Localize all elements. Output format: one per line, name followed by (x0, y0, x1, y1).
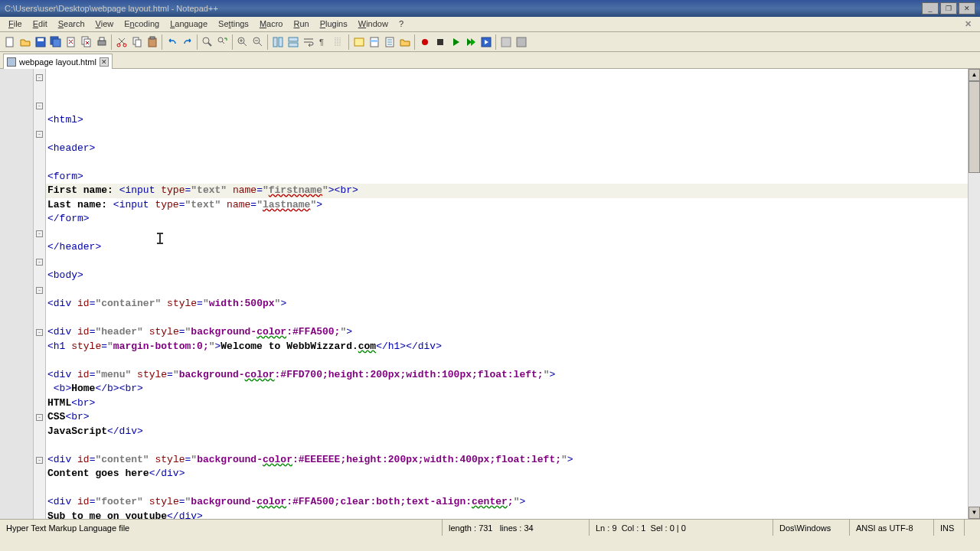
status-insert-mode: INS (934, 520, 965, 536)
close-file-button[interactable] (64, 34, 79, 50)
svg-rect-25 (354, 38, 364, 46)
replace-button[interactable] (215, 34, 230, 50)
cut-button[interactable] (114, 34, 129, 50)
menu-close-x[interactable]: ✕ (959, 18, 977, 30)
minimize-button[interactable]: _ (922, 2, 939, 15)
redo-button[interactable] (180, 34, 195, 50)
stop-macro-button[interactable] (433, 34, 448, 50)
fold-gutter[interactable]: - - - - - - - - - (34, 69, 46, 519)
zoom-in-button[interactable] (235, 34, 250, 50)
toolbar-separator (414, 34, 416, 50)
new-file-button[interactable] (2, 34, 18, 50)
indent-guide-button[interactable] (332, 34, 347, 50)
menu-bar: FFileile Edit Search View Encoding Langu… (0, 17, 980, 32)
svg-rect-27 (371, 40, 378, 42)
func-list-button[interactable] (382, 34, 397, 50)
svg-rect-15 (150, 37, 155, 39)
close-window-button[interactable]: ✕ (959, 2, 975, 15)
menu-help[interactable]: ? (394, 18, 409, 30)
vertical-scrollbar[interactable]: ▲ ▼ (968, 69, 980, 519)
svg-rect-4 (53, 39, 60, 47)
svg-rect-9 (100, 37, 104, 41)
menu-encoding[interactable]: Encoding (119, 18, 165, 30)
close-all-button[interactable] (79, 34, 94, 50)
svg-rect-14 (149, 38, 156, 47)
toolbar-separator (495, 34, 497, 50)
toolbar-separator (267, 34, 269, 50)
file-type-icon (7, 57, 16, 67)
sync-v-button[interactable] (270, 34, 286, 50)
svg-point-16 (203, 37, 209, 44)
play-multi-button[interactable] (463, 34, 479, 50)
menu-settings[interactable]: Settings (213, 18, 254, 30)
find-button[interactable] (200, 34, 215, 50)
tab-bar: webpage layout.html ✕ (0, 52, 980, 69)
code-content: <html> <header> <form> First name: <inpu… (47, 113, 966, 520)
scroll-up-icon[interactable]: ▲ (969, 69, 980, 81)
window-buttons: _ ❐ ✕ (922, 2, 975, 15)
editor[interactable]: - - - - - - - - - <html> <header> <form>… (0, 69, 980, 519)
maximize-button[interactable]: ❐ (940, 2, 957, 15)
code-area[interactable]: <html> <header> <form> First name: <inpu… (46, 69, 968, 519)
menu-language[interactable]: Language (165, 18, 213, 30)
toolbar-separator (197, 34, 198, 50)
word-wrap-button[interactable] (301, 34, 316, 50)
status-bar: Hyper Text Markup Language file length :… (0, 519, 980, 536)
menu-window[interactable]: Window (353, 18, 394, 30)
menu-view[interactable]: View (90, 18, 119, 30)
record-macro-button[interactable] (417, 34, 433, 50)
scroll-down-icon[interactable]: ▼ (969, 507, 980, 519)
line-number-gutter (0, 69, 34, 519)
save-macro-button[interactable] (479, 34, 494, 50)
extra-button-2[interactable] (514, 34, 529, 50)
scroll-thumb[interactable] (969, 81, 980, 173)
zoom-out-button[interactable] (250, 34, 266, 50)
toolbar-separator (232, 34, 234, 50)
tab-label: webpage layout.html (19, 57, 96, 67)
svg-rect-33 (517, 37, 526, 47)
title-bar: C:\Users\user\Desktop\webpage layout.htm… (0, 0, 980, 17)
extra-button-1[interactable] (498, 34, 514, 50)
status-encoding: ANSI as UTF-8 (850, 520, 934, 536)
play-macro-button[interactable] (448, 34, 463, 50)
show-all-chars-button[interactable]: ¶ (316, 34, 332, 50)
print-button[interactable] (94, 34, 109, 50)
svg-text:¶: ¶ (319, 37, 324, 47)
svg-rect-13 (136, 40, 141, 47)
file-tab[interactable]: webpage layout.html ✕ (3, 54, 113, 69)
toolbar-separator (111, 34, 113, 50)
toolbar-separator (162, 34, 163, 50)
save-all-button[interactable] (48, 34, 64, 50)
menu-run[interactable]: Run (288, 18, 314, 30)
doc-map-button[interactable] (367, 34, 382, 50)
svg-rect-23 (289, 43, 298, 47)
folder-ws-button[interactable] (397, 34, 413, 50)
svg-point-29 (422, 39, 428, 45)
open-file-button[interactable] (18, 34, 33, 50)
save-button[interactable] (33, 34, 48, 50)
status-eol: Dos\Windows (773, 520, 850, 536)
status-position: Ln : 9 Col : 1 Sel : 0 | 0 (590, 520, 773, 536)
toolbar: ¶ (0, 32, 980, 52)
user-lang-button[interactable] (351, 34, 367, 50)
menu-file[interactable]: FFileile (3, 18, 28, 30)
copy-button[interactable] (129, 34, 145, 50)
status-filetype: Hyper Text Markup Language file (0, 520, 443, 536)
svg-rect-30 (437, 39, 443, 45)
svg-rect-21 (279, 37, 283, 47)
svg-rect-2 (38, 38, 44, 41)
menu-edit[interactable]: Edit (28, 18, 53, 30)
menu-plugins[interactable]: Plugins (315, 18, 353, 30)
undo-button[interactable] (165, 34, 180, 50)
svg-rect-32 (501, 37, 511, 47)
svg-rect-22 (289, 37, 298, 41)
sync-h-button[interactable] (286, 34, 301, 50)
paste-button[interactable] (145, 34, 160, 50)
menu-search[interactable]: Search (53, 18, 90, 30)
svg-rect-0 (6, 37, 13, 47)
svg-rect-8 (98, 41, 106, 45)
status-length-lines: length : 731 lines : 34 (443, 520, 590, 536)
menu-macro[interactable]: Macro (254, 18, 289, 30)
toolbar-separator (348, 34, 350, 50)
tab-close-icon[interactable]: ✕ (100, 57, 109, 67)
